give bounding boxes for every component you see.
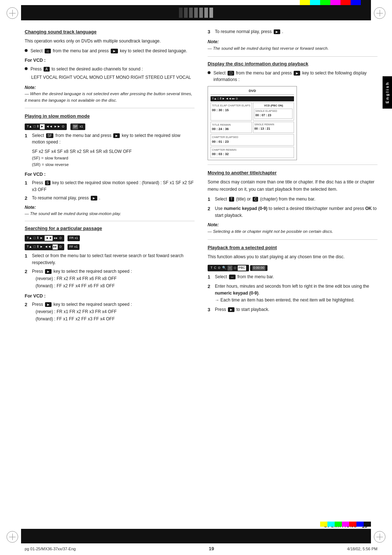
enter-key-icon: ► xyxy=(111,49,118,53)
note-text-m: — Selecting a title or chapter might not… xyxy=(208,228,377,235)
moving-step1: 1 Select T (title) or C (chapter) from t… xyxy=(208,196,377,203)
footer-left: pg 01-25/MX36-37xx/37-Eng xyxy=(25,547,76,551)
dvd-menu-bar: T▲□Ⅱ►◄◄▸▸⊙ xyxy=(211,96,294,101)
reg-mark-bottom-left xyxy=(7,531,18,543)
bullet-dot xyxy=(25,49,28,52)
time-edit-bar: 0:00:00 xyxy=(250,265,268,271)
num-1: 1 xyxy=(25,132,30,139)
note-label-m: Note: xyxy=(208,222,377,228)
num-1b: 1 xyxy=(25,179,30,187)
moving-text: Some discs may contain more than one tit… xyxy=(208,179,377,193)
main-content: Changing sound track language This opera… xyxy=(25,28,377,519)
display-bullet: Select ⓘ from the menu bar and press ► k… xyxy=(208,70,377,83)
channel-list: LEFT VOCAL RIGHT VOCAL MONO LEFT MONO RI… xyxy=(31,74,195,81)
num-3p: 3 xyxy=(208,306,213,313)
note-label-2: Note: xyxy=(25,204,195,211)
section-display-info: Display the disc information during play… xyxy=(208,60,377,161)
num-1p: 1 xyxy=(208,274,213,281)
vcd-single-elapsed: SINGLE ELAPSED 00 : 07 : 23 xyxy=(254,109,293,119)
bottom-film-strip xyxy=(21,529,371,543)
bullet-select-language: Select ♫ from the menu bar and press ► k… xyxy=(25,48,195,54)
note-label-r: Note: xyxy=(208,39,377,45)
divider-2 xyxy=(25,221,195,221)
heading-search: Searching for a particular passage xyxy=(25,225,195,232)
for-vcd-label-1: For VCD : xyxy=(25,57,195,64)
note-block-1: Note: — When the desired language is not… xyxy=(25,84,195,104)
num-2c: 2 xyxy=(25,268,30,275)
for-vcd-label-3: For VCD : xyxy=(25,293,195,300)
vcd-slow-step2: 2 To resume normal play, press ► . xyxy=(25,195,195,202)
footer-right: 4/18/02, 5:56 PM xyxy=(347,547,377,551)
playback-step1: 1 Select ↔ from the menu bar. xyxy=(208,274,377,281)
num-3r: 3 xyxy=(208,28,213,36)
key-icon-2: ► xyxy=(45,269,52,274)
num-1m: 1 xyxy=(208,196,213,203)
dvd-cell-1: TITLE ELAP CHAPTER ELAPS 00 : 30 : 15 xyxy=(211,102,252,121)
search-step2: 2 Press ► key to select the required sea… xyxy=(25,268,195,289)
select-label: Select xyxy=(30,48,44,53)
num-2: 2 xyxy=(25,195,30,202)
note-label-1: Note: xyxy=(25,84,195,91)
vcd-press-item: Press A to select the desired audio chan… xyxy=(25,66,195,73)
heading-display-info: Display the disc information during play… xyxy=(208,60,377,68)
color-bar-top xyxy=(300,0,371,5)
search-step1: 1 Select or from the menu bar to select … xyxy=(25,252,195,266)
note-text-2: — The sound will be muted during slow-mo… xyxy=(25,211,195,217)
sound-track-text: This operation works only on DVDs with m… xyxy=(25,38,195,45)
reg-mark-top-right xyxy=(374,7,385,19)
sr-note: (SR) = slow reverse xyxy=(32,162,195,168)
sf-note: (SF) = slow forward xyxy=(32,155,195,162)
search-icon-p: ↔ xyxy=(229,275,236,279)
menu-bar-ff: T▲□Ⅱ► ◄◄ ▸▸⊙ xyxy=(25,244,64,250)
info-icon: ⓘ xyxy=(228,71,234,76)
playback-point-text: This function allows you to start playin… xyxy=(208,254,377,260)
note-block-2: Note: — The sound will be muted during s… xyxy=(25,204,195,217)
menu-bar-slow: T▲ □ Ⅱ ► ◄◄ ►► ⊙ xyxy=(25,123,67,130)
play-key-p: ► xyxy=(228,307,234,312)
enter-key-r: ► xyxy=(294,71,300,76)
divider-1 xyxy=(25,108,195,108)
footer-center: 19 xyxy=(209,546,214,551)
reg-mark-bottom-right xyxy=(374,531,385,543)
menu-bar-fr: T▲□Ⅱ► ◄◄ ▸▸⊙ xyxy=(25,235,64,242)
num-2m: 2 xyxy=(208,205,213,212)
divider-r3 xyxy=(208,239,377,240)
note-block-m: Note: — Selecting a title or chapter mig… xyxy=(208,222,377,235)
reg-mark-top-left xyxy=(7,7,18,19)
chapter-icon: C xyxy=(253,197,258,202)
section-moving: Moving to another title/chapter Some dis… xyxy=(208,169,377,235)
play-key-r: ► xyxy=(274,29,280,34)
num-1c: 1 xyxy=(25,252,30,260)
title-icon: T xyxy=(229,197,234,202)
note-text-1: — When the desired language is not selec… xyxy=(25,91,195,104)
heading-playback-point: Playback from a selected point xyxy=(208,244,377,251)
menu-bar-icon-lang: ♫ xyxy=(45,49,51,53)
right-step3: 3 To resume normal play, press ► . xyxy=(208,28,377,36)
section-playback-point: Playback from a selected point This func… xyxy=(208,244,377,313)
top-film-strip xyxy=(21,5,371,20)
dvd-cells: TITLE ELAP CHAPTER ELAPS 00 : 30 : 15 VC… xyxy=(211,102,294,133)
note-block-r: Note: — The sound will be muted during f… xyxy=(208,39,377,52)
key-icon: ► xyxy=(113,133,120,138)
english-tab: English xyxy=(383,76,392,109)
menu-bar-fr-label: FR x1 xyxy=(68,235,80,241)
slow-step1: 1 Select SF from the menu bar and press … xyxy=(25,132,195,146)
footer: pg 01-25/MX36-37xx/37-Eng 19 4/18/02, 5:… xyxy=(25,546,377,551)
dvd-cell-chapter-remain: CHAPTER REMAIN 00 : 03 : 32 xyxy=(211,147,294,158)
note-text-r: — The sound will be muted during fast re… xyxy=(208,45,377,52)
bullet-dot-r xyxy=(208,71,211,74)
key-icon-3: ► xyxy=(45,302,52,307)
audio-key-icon: A xyxy=(44,67,50,72)
divider-r1 xyxy=(208,56,377,57)
dvd-label: DVD xyxy=(211,88,294,95)
divider-r2 xyxy=(208,165,377,165)
display-info-boxes: DVD T▲□Ⅱ►◄◄▸▸⊙ TITLE ELAP CHAPTER ELAPS … xyxy=(208,86,377,160)
playback-point-bar: T C ⊙ 🔍 ↔ ◇ PBC xyxy=(208,265,249,271)
vcd-slow-step1: 1 Press S key to select the required slo… xyxy=(25,179,195,193)
menu-bar-ff-wrapper: T▲□Ⅱ► ◄◄ ▸▸⊙ FF x1 xyxy=(25,243,195,250)
playback-step3: 3 Press ► to start playback. xyxy=(208,306,377,313)
vcd-search-step: 2 Press ► key to select the required sea… xyxy=(25,301,195,323)
vcd-cell-remain: SINGLE REMAIN 00 : 13 : 21 xyxy=(253,122,294,133)
playback-step2: 2 Enter hours, minutes and seconds from … xyxy=(208,283,377,304)
left-column: Changing sound track language This opera… xyxy=(25,28,195,519)
